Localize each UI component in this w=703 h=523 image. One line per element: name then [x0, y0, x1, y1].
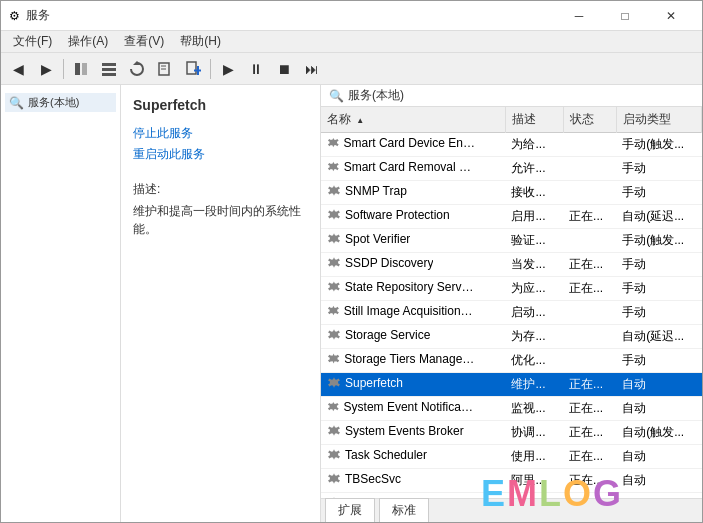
- service-row-startup: 自动: [616, 445, 701, 469]
- services-table[interactable]: 名称 ▲ 描述 状态 启动类型: [321, 107, 702, 498]
- table-row[interactable]: Superfetch维护...正在...自动: [321, 373, 702, 397]
- right-addr-text: 服务(本地): [348, 87, 404, 104]
- service-row-status: 正在...: [563, 373, 616, 397]
- restart-button[interactable]: ⏭: [299, 56, 325, 82]
- close-button[interactable]: ✕: [648, 1, 694, 31]
- gear-service-icon: [327, 256, 341, 270]
- right-panel: 🔍 服务(本地) 名称 ▲ 描述: [321, 85, 702, 522]
- service-row-status: 正在...: [563, 421, 616, 445]
- menu-help[interactable]: 帮助(H): [172, 31, 229, 52]
- service-row-status: [563, 157, 616, 181]
- service-row-startup: 自动(触发...: [616, 421, 701, 445]
- service-row-startup: 自动: [616, 469, 701, 493]
- service-row-status: 正在...: [563, 469, 616, 493]
- table-row[interactable]: Smart Card Removal Poli...允许...手动: [321, 157, 702, 181]
- description-text: 维护和提高一段时间内的系统性能。: [133, 202, 308, 238]
- gear-service-icon: [327, 472, 341, 486]
- table-row[interactable]: Smart Card Device Enum...为给...手动(触发...: [321, 133, 702, 157]
- table-row[interactable]: SNMP Trap接收...手动: [321, 181, 702, 205]
- col-startup[interactable]: 启动类型: [616, 107, 701, 133]
- service-row-desc: 为存...: [505, 325, 563, 349]
- service-row-desc: 当发...: [505, 253, 563, 277]
- restart-service-link[interactable]: 重启动此服务: [133, 146, 308, 163]
- service-row-name: System Event Notification...: [344, 400, 475, 414]
- service-row-name: Storage Service: [345, 328, 430, 342]
- table-row[interactable]: Task Scheduler使用...正在...自动: [321, 445, 702, 469]
- svg-rect-4: [102, 73, 116, 76]
- service-row-status: 正在...: [563, 445, 616, 469]
- service-row-desc: 为应...: [505, 277, 563, 301]
- service-row-startup: 手动(触发...: [616, 133, 701, 157]
- col-desc[interactable]: 描述: [505, 107, 563, 133]
- selected-service-name: Superfetch: [133, 97, 308, 113]
- nav-tree-item[interactable]: 🔍 服务(本地): [5, 93, 116, 112]
- svg-rect-3: [102, 68, 116, 71]
- gear-service-icon: [327, 184, 341, 198]
- gear-service-icon: [327, 400, 340, 414]
- forward-button[interactable]: ▶: [33, 56, 59, 82]
- services-list: 名称 ▲ 描述 状态 启动类型: [321, 107, 702, 498]
- table-row[interactable]: State Repository Service为应...正在...手动: [321, 277, 702, 301]
- menu-bar: 文件(F) 操作(A) 查看(V) 帮助(H): [1, 31, 702, 53]
- table-row[interactable]: Spot Verifier验证...手动(触发...: [321, 229, 702, 253]
- stop-button[interactable]: ⏹: [271, 56, 297, 82]
- pause-button[interactable]: ⏸: [243, 56, 269, 82]
- service-row-desc: 协调...: [505, 421, 563, 445]
- service-row-startup: 手动: [616, 253, 701, 277]
- col-name[interactable]: 名称 ▲: [321, 107, 505, 133]
- service-row-desc: 优化...: [505, 349, 563, 373]
- toolbar-sep-1: [63, 59, 64, 79]
- window-controls: ─ □ ✕: [556, 1, 694, 31]
- service-row-name: Smart Card Device Enum...: [344, 136, 475, 150]
- tab-standard[interactable]: 标准: [379, 498, 429, 522]
- refresh-button[interactable]: [124, 56, 150, 82]
- service-row-startup: 自动(延迟...: [616, 205, 701, 229]
- export-button[interactable]: [152, 56, 178, 82]
- bottom-tabs: 扩展 标准: [321, 498, 702, 522]
- service-row-desc: 使用...: [505, 445, 563, 469]
- svg-rect-1: [82, 63, 87, 75]
- table-row[interactable]: Software Protection启用...正在...自动(延迟...: [321, 205, 702, 229]
- maximize-button[interactable]: □: [602, 1, 648, 31]
- service-row-status: [563, 325, 616, 349]
- gear-service-icon: [327, 232, 341, 246]
- table-row[interactable]: Still Image Acquisition Ev...启动...手动: [321, 301, 702, 325]
- properties-button[interactable]: [96, 56, 122, 82]
- table-row[interactable]: Storage Tiers Managem...优化...手动: [321, 349, 702, 373]
- service-row-startup: 手动: [616, 349, 701, 373]
- table-row[interactable]: SSDP Discovery当发...正在...手动: [321, 253, 702, 277]
- table-row[interactable]: System Event Notification...监视...正在...自动: [321, 397, 702, 421]
- menu-action[interactable]: 操作(A): [60, 31, 116, 52]
- service-row-status: 正在...: [563, 277, 616, 301]
- table-row[interactable]: System Events Broker协调...正在...自动(触发...: [321, 421, 702, 445]
- title-icon: ⚙: [9, 9, 20, 23]
- service-row-desc: 允许...: [505, 157, 563, 181]
- table-row[interactable]: Storage Service为存...自动(延迟...: [321, 325, 702, 349]
- tab-extend[interactable]: 扩展: [325, 498, 375, 522]
- service-row-desc: 验证...: [505, 229, 563, 253]
- content-area: 🔍 服务(本地) Superfetch 停止此服务 重启动此服务 描述: 维护和…: [1, 85, 702, 522]
- right-addr-icon: 🔍: [329, 89, 344, 103]
- service-row-name: Superfetch: [345, 376, 403, 390]
- description-label: 描述:: [133, 181, 308, 198]
- toolbar: ◀ ▶ ▶ ⏸ ⏹ ⏭: [1, 53, 702, 85]
- service-row-name: Storage Tiers Managem...: [344, 352, 475, 366]
- service-row-status: [563, 181, 616, 205]
- menu-view[interactable]: 查看(V): [116, 31, 172, 52]
- stop-service-link[interactable]: 停止此服务: [133, 125, 308, 142]
- service-row-desc: 为给...: [505, 133, 563, 157]
- new-button[interactable]: [180, 56, 206, 82]
- menu-file[interactable]: 文件(F): [5, 31, 60, 52]
- col-status[interactable]: 状态: [563, 107, 616, 133]
- service-row-status: [563, 301, 616, 325]
- service-row-name: Spot Verifier: [345, 232, 410, 246]
- start-button[interactable]: ▶: [215, 56, 241, 82]
- window-title: 服务: [26, 7, 50, 24]
- service-row-desc: 阿里...: [505, 469, 563, 493]
- show-hide-button[interactable]: [68, 56, 94, 82]
- service-row-startup: 手动: [616, 181, 701, 205]
- minimize-button[interactable]: ─: [556, 1, 602, 31]
- back-button[interactable]: ◀: [5, 56, 31, 82]
- service-row-startup: 自动: [616, 373, 701, 397]
- table-row[interactable]: TBSecSvc阿里...正在...自动: [321, 469, 702, 493]
